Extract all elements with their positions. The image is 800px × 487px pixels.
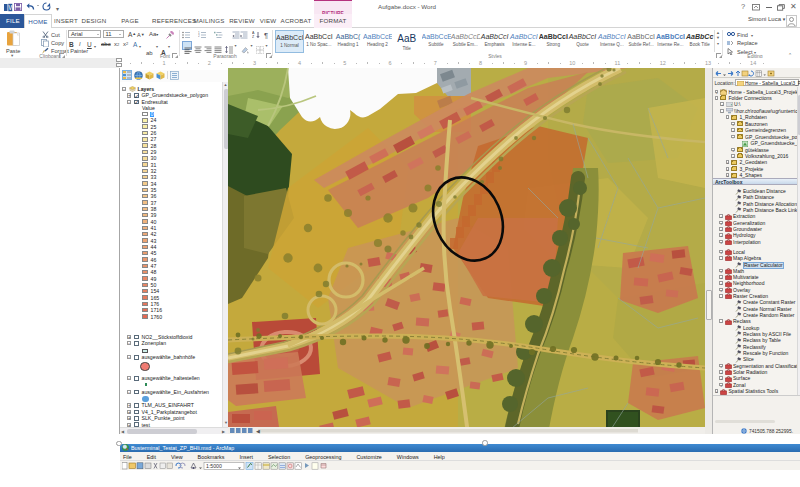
svg-text:¶: ¶	[264, 31, 268, 39]
svg-text:◀: ◀	[256, 428, 260, 434]
svg-text:2: 2	[198, 34, 200, 38]
svg-text:Z: Z	[252, 35, 255, 39]
svg-text:1:5000: 1:5000	[206, 463, 222, 469]
svg-text:W: W	[8, 4, 13, 11]
